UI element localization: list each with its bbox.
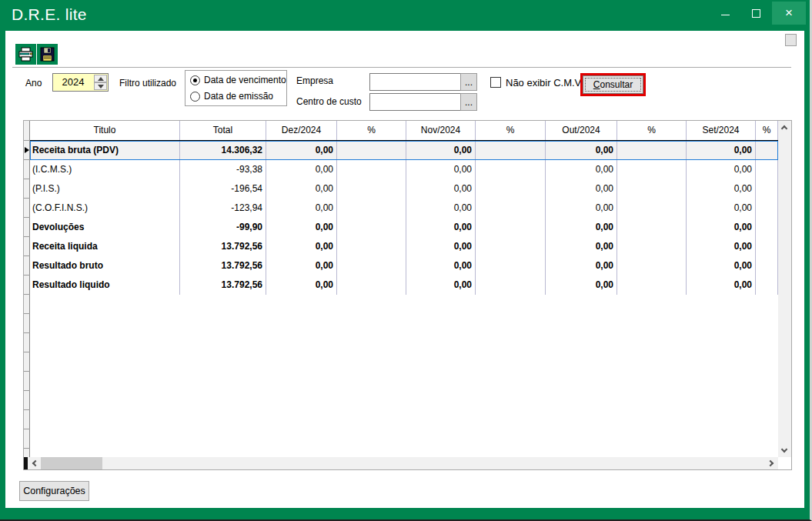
empresa-label: Empresa	[296, 75, 333, 86]
arrow-up-icon	[98, 77, 104, 81]
table-row[interactable]: Receita bruta (PDV)14.306,320,000,000,00…	[30, 141, 778, 160]
radio-selected-icon	[190, 75, 200, 85]
grid-cell: 0,00	[687, 160, 756, 179]
vertical-scrollbar[interactable]	[778, 121, 791, 457]
grid-cell: (P.I.S.)	[30, 179, 180, 199]
column-header[interactable]: Dez/2024	[266, 121, 337, 140]
save-button[interactable]	[37, 44, 58, 65]
grid-cell: 0,00	[687, 141, 756, 160]
grid-cell: Resultado bruto	[30, 256, 180, 276]
grid-cell: 0,00	[406, 179, 476, 199]
grid-cell: 0,00	[687, 218, 756, 237]
column-header[interactable]: Out/2024	[546, 121, 617, 140]
grid-cell	[756, 276, 778, 295]
grid-cell	[476, 141, 546, 160]
table-row[interactable]: (I.C.M.S.)-93,380,000,000,000,00	[30, 160, 778, 179]
toolbar-separator	[12, 67, 791, 68]
grid-cell: -196,54	[180, 179, 266, 199]
grid-cell: 13.792,56	[180, 276, 266, 295]
grid-cell	[476, 256, 546, 276]
grid-cell: 0,00	[266, 218, 337, 237]
grid-cell	[337, 141, 406, 160]
print-button[interactable]	[15, 44, 36, 65]
horizontal-scroll-thumb[interactable]	[41, 457, 102, 469]
column-header[interactable]: Set/2024	[687, 121, 756, 140]
grid-cell	[476, 276, 546, 295]
radio-unselected-icon	[190, 92, 200, 102]
spin-down-button[interactable]	[94, 82, 107, 90]
grid-cell	[756, 256, 778, 276]
grid-cell	[756, 218, 778, 237]
column-header[interactable]: Titulo	[30, 121, 180, 140]
grid-cell: 0,00	[266, 179, 337, 199]
title-bar[interactable]: D.R.E. lite ×	[0, 0, 810, 31]
empresa-browse-button[interactable]: ...	[460, 73, 477, 91]
spin-up-button[interactable]	[94, 75, 107, 82]
year-spinner[interactable]: 2024	[52, 73, 109, 92]
close-button[interactable]: ×	[772, 2, 806, 25]
year-value: 2024	[53, 76, 93, 88]
column-header[interactable]: %	[617, 121, 687, 140]
nao-exibir-cmv-checkbox[interactable]	[490, 77, 501, 88]
radio-data-emissao[interactable]: Data de emissão	[190, 91, 273, 102]
grid-cell: 0,00	[406, 141, 476, 160]
grid-cell: 0,00	[687, 237, 756, 256]
radio-label: Data de emissão	[204, 91, 273, 102]
scroll-left-button[interactable]	[28, 457, 41, 469]
filtro-utilizado-label: Filtro utilizado	[119, 78, 176, 89]
gutter-cell	[24, 237, 30, 256]
empresa-input[interactable]	[369, 73, 461, 91]
gutter-cell	[24, 199, 30, 218]
minimize-button[interactable]	[710, 2, 741, 25]
grid-cell	[476, 218, 546, 237]
grid-cell	[756, 160, 778, 179]
column-header[interactable]: %	[337, 121, 406, 140]
grid-cell	[337, 218, 406, 237]
radio-label: Data de vencimento	[204, 75, 286, 85]
centro-custo-input[interactable]	[369, 93, 461, 111]
table-row[interactable]: Receita liquida13.792,560,000,000,000,00	[30, 237, 778, 256]
radio-data-vencimento[interactable]: Data de vencimento	[190, 75, 286, 85]
table-row[interactable]: Devoluções-99,900,000,000,000,00	[30, 218, 778, 237]
grid-cell	[337, 199, 406, 218]
horizontal-scrollbar[interactable]	[24, 457, 778, 469]
gutter-cell	[24, 372, 30, 391]
scroll-down-button[interactable]	[778, 444, 791, 457]
nao-exibir-cmv-label: Não exibir C.M.V.	[506, 77, 583, 89]
configuracoes-button[interactable]: Configurações	[19, 481, 89, 501]
scroll-right-button[interactable]	[765, 457, 778, 469]
row-indicator-gutter	[24, 121, 30, 457]
gutter-cell	[24, 352, 30, 372]
column-header[interactable]: %	[756, 121, 778, 140]
column-header[interactable]: Total	[180, 121, 266, 140]
maximize-button[interactable]	[741, 2, 772, 25]
grid-cell: 0,00	[406, 218, 476, 237]
table-row[interactable]: (C.O.F.I.N.S.)-123,940,000,000,000,00	[30, 199, 778, 218]
grid-cell: 0,00	[546, 141, 617, 160]
consultar-button[interactable]: Consultar	[583, 75, 643, 94]
table-row[interactable]: (P.I.S.)-196,540,000,000,000,00	[30, 179, 778, 199]
gutter-cell	[24, 295, 30, 314]
gutter-cell	[24, 256, 30, 276]
current-row-indicator-icon	[25, 147, 29, 153]
window-controls: ×	[710, 2, 806, 25]
grid-cell: 0,00	[546, 199, 617, 218]
table-row[interactable]: Resultado bruto13.792,560,000,000,000,00	[30, 256, 778, 276]
grid-cell	[476, 179, 546, 199]
grid-cell: 0,00	[266, 276, 337, 295]
grid-cell: -93,38	[180, 160, 266, 179]
grid-cell	[617, 218, 687, 237]
grid-cell: (C.O.F.I.N.S.)	[30, 199, 180, 218]
column-header[interactable]: %	[476, 121, 546, 140]
grid-cell: 0,00	[687, 256, 756, 276]
arrow-down-icon	[98, 85, 104, 89]
grid-cell: 0,00	[546, 276, 617, 295]
grid-cell: 0,00	[546, 179, 617, 199]
scroll-up-button[interactable]	[778, 121, 791, 134]
printer-icon	[18, 47, 34, 62]
column-header[interactable]: Nov/2024	[406, 121, 476, 140]
grid-cell: 0,00	[687, 179, 756, 199]
centro-custo-browse-button[interactable]: ...	[460, 93, 477, 111]
table-row[interactable]: Resultado liquido13.792,560,000,000,000,…	[30, 276, 778, 295]
grid-cell	[617, 179, 687, 199]
